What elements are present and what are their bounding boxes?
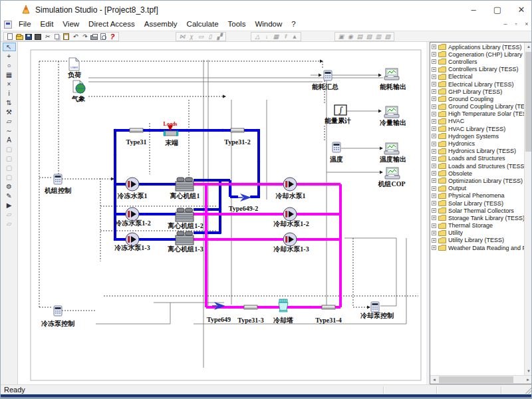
mdi-restore-button[interactable]: ▫ [511,21,521,29]
group-button[interactable]: ▧ [365,33,374,41]
expand-icon[interactable]: + [432,156,436,161]
scroll-up-icon[interactable]: ▲ [525,43,532,51]
new-button[interactable] [6,33,15,41]
cooling-tower-icon[interactable] [279,299,288,312]
tree-item[interactable]: + Controllers [430,58,524,65]
expand-icon[interactable]: + [432,59,436,64]
menu-item[interactable]: Calculate [182,19,223,31]
scroll-right-icon[interactable]: ► [524,376,532,384]
link-tool[interactable]: ∼ [3,126,16,135]
stretch-horizontal-button[interactable]: χ [188,33,196,41]
menu-item[interactable]: Window [250,19,287,31]
align-middle-button[interactable]: ⍒ [281,33,290,41]
expand-icon[interactable]: + [432,142,436,146]
grid-button[interactable]: ▦ [272,33,281,41]
same-height-button[interactable]: ▯ [206,33,215,41]
tree-item[interactable]: + Applications Library (TESS) [430,43,524,51]
undo-button[interactable]: ↶ [71,33,80,41]
cop-output-plotter-icon[interactable] [385,168,400,179]
expand-icon[interactable]: + [432,119,436,124]
probe-tool[interactable]: ⇅ [3,98,16,107]
diverter-type649-2-icon[interactable] [238,194,251,201]
expand-icon[interactable]: + [432,126,436,131]
print-preview-button[interactable] [99,33,108,41]
open-button[interactable] [15,33,24,41]
tree-item[interactable]: + Hydronics Library (TESS) [430,148,524,155]
mdi-document-icon[interactable] [4,21,12,29]
horizontal-scroll-thumb[interactable] [439,376,513,383]
info-tool[interactable]: i [3,89,16,98]
pipe-type31-4-icon[interactable] [322,305,335,309]
expand-icon[interactable]: + [432,178,436,183]
tree-vertical-scrollbar[interactable]: ▲ ▼ [524,43,532,375]
tree-item[interactable]: + Storage Tank Library (TESS) [430,214,524,221]
scroll-left-icon[interactable]: ◄ [430,376,438,384]
expand-icon[interactable]: + [432,201,436,205]
window-tool-3[interactable]: ▢ [3,164,16,172]
menu-item[interactable]: File [14,19,36,31]
temperature-output-plotter-icon[interactable] [384,143,399,154]
menu-item[interactable]: Assembly [140,19,182,31]
paste-button[interactable] [62,33,70,41]
layer-button[interactable]: ▤ [356,33,364,41]
same-size-button[interactable]: ▞ [215,33,224,41]
expand-icon[interactable]: + [432,231,436,235]
delete-tool[interactable]: × [3,80,16,88]
align-bottom-button[interactable]: ↓ [263,33,271,41]
text-tool[interactable]: A [3,136,16,144]
tree-item[interactable]: + Output [430,185,524,192]
vertical-scroll-thumb[interactable] [525,52,532,152]
shrink-horizontal-button[interactable]: ⋈ [178,33,187,41]
package-button[interactable]: ▥ [374,33,383,41]
settings-tool[interactable]: ⚙ [3,182,16,191]
tree-item[interactable]: + Loads and Structures [430,155,524,162]
pen-tool[interactable]: ✎ [3,192,16,200]
help-button[interactable]: ? [108,33,117,41]
tree-item[interactable]: + Obsolete [430,170,524,177]
tree-item[interactable]: + Solar Library (TESS) [430,200,524,207]
cooling-output-plotter-icon[interactable] [384,106,399,118]
tree-item[interactable]: + Utility Library (TESS) [430,237,524,244]
tree-item[interactable]: + Thermal Storage [430,222,524,229]
expand-icon[interactable]: + [432,67,436,72]
window-tool-1[interactable]: ▢ [3,145,16,154]
tree-item[interactable]: + GHP Library (TESS) [430,88,524,95]
output-tool-1[interactable]: ▱ [3,210,16,219]
tree-item[interactable]: + Hydronics [430,140,524,147]
tree-item[interactable]: + Controllers Library (TESS) [430,66,524,73]
expand-icon[interactable]: + [432,194,436,198]
pan-tool[interactable]: + [3,52,16,61]
weather-file-icon[interactable] [73,80,85,93]
expand-icon[interactable]: + [432,96,436,101]
expand-icon[interactable]: + [432,149,436,154]
close-button[interactable]: ✕ [509,1,532,19]
tree-item[interactable]: + Electrical Library (TESS) [430,80,524,88]
menu-item[interactable]: Tools [223,19,251,31]
tree-item[interactable]: + Hydrogen Systems [430,132,524,140]
unit-control-calc-icon[interactable] [54,174,62,184]
redo-button[interactable]: ↷ [80,33,89,41]
minimize-button[interactable]: – [462,1,485,19]
tree-item[interactable]: + HVAC [430,118,524,125]
chilled-pump-control-calc-icon[interactable] [54,306,62,316]
expand-icon[interactable]: + [432,82,436,86]
wrench-tool[interactable]: ⚒ [3,108,16,116]
expand-icon[interactable]: + [432,238,436,243]
pipe-type31-icon[interactable] [130,128,143,132]
integrator-icon[interactable]: ∫ [334,105,346,115]
chiller-2-icon[interactable] [176,208,194,221]
menu-item[interactable]: Edit [36,19,59,31]
energy-output-plotter-icon[interactable] [384,68,399,80]
order-front-button[interactable]: ▣ [337,33,346,41]
duplicate-tool[interactable]: ▱ [3,117,16,126]
expand-icon[interactable]: + [432,89,436,94]
chiller-3-icon[interactable] [176,231,194,245]
expand-icon[interactable]: + [432,171,436,176]
temperature-calc-icon[interactable] [332,142,340,152]
select-tool[interactable]: ↖ [3,43,16,51]
expand-icon[interactable]: + [432,186,436,191]
scroll-down-icon[interactable]: ▼ [525,367,532,375]
window-tool-2[interactable]: ▢ [3,154,16,163]
expand-icon[interactable]: + [432,45,436,49]
expand-icon[interactable]: + [432,208,436,213]
